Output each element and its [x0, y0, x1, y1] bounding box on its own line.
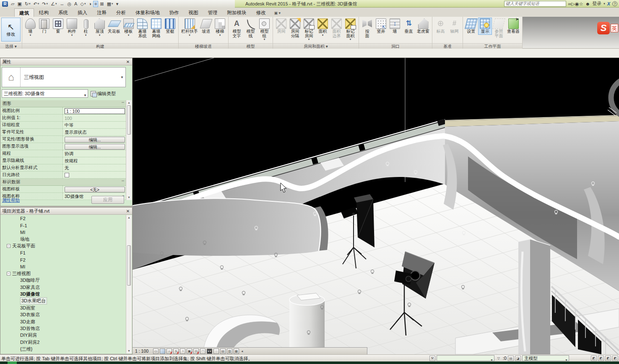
drawing-area[interactable]: 1 : 100 ▭☼S◔▣⊡◠◖◗◌▤▥▦ ◂: [133, 58, 619, 354]
panel-label[interactable]: 工作平面: [463, 43, 522, 49]
property-value[interactable]: 1 : 100: [63, 107, 126, 114]
properties-close-icon[interactable]: ✕: [125, 59, 131, 65]
app-menu-revit-logo[interactable]: R: [1, 1, 9, 7]
active-design-option-dropdown[interactable]: 主模型▼: [522, 355, 569, 361]
ribbon-button-workplane-show[interactable]: 显示: [478, 18, 492, 35]
ribbon-button-model-text[interactable]: 模型 文字: [230, 18, 244, 39]
modify-button[interactable]: ↖ 修改: [1, 18, 21, 42]
customize-qat-button[interactable]: ▾: [115, 1, 120, 7]
browser-item-cp-f1[interactable]: F1: [1, 250, 126, 256]
redo-button[interactable]: ↷▾: [41, 1, 49, 7]
property-value[interactable]: 无: [63, 164, 126, 171]
switch-windows-button[interactable]: ▦▾: [106, 1, 114, 7]
ribbon-button-floor[interactable]: 楼板▾: [122, 18, 135, 37]
ribbon-button-workplane-viewer[interactable]: 查看器: [506, 18, 521, 35]
exclude-options-icon[interactable]: ◪: [515, 356, 521, 361]
property-edit-button[interactable]: 编辑...: [65, 137, 125, 143]
property-value[interactable]: 编辑...: [63, 143, 126, 150]
temporary-view-properties[interactable]: ▤: [220, 348, 226, 354]
displace-elements[interactable]: ▥: [227, 348, 232, 354]
close-hidden-windows-button[interactable]: ⊠: [99, 1, 105, 7]
favorites-button[interactable]: ☆: [579, 1, 583, 6]
display-pedestal[interactable]: [289, 293, 325, 354]
properties-help-link[interactable]: 属性帮助: [2, 198, 20, 203]
ribbon-button-stair[interactable]: 楼梯▾: [213, 18, 227, 37]
property-checkbox[interactable]: [65, 173, 69, 177]
collapse-icon[interactable]: ˆˆ: [122, 180, 124, 184]
browser-item-3d-photo-studio[interactable]: 3D摄像馆: [1, 291, 126, 297]
property-value[interactable]: <无>: [63, 186, 126, 192]
view-scale-button[interactable]: 1 : 100: [135, 348, 148, 354]
panel-label[interactable]: 洞口: [359, 43, 432, 49]
ribbon-button-tag-area[interactable]: 标记 面积▾: [343, 18, 357, 42]
ribbon-button-shaft[interactable]: 竖井: [374, 18, 388, 35]
ribbon-button-ramp[interactable]: 坡道: [199, 18, 213, 35]
property-value[interactable]: 按规程: [63, 157, 126, 164]
select-panel-label[interactable]: 选择 ▾: [0, 43, 22, 49]
ribbon-button-mullion[interactable]: 竖梃: [163, 18, 177, 35]
ribbon-button-window[interactable]: 窗: [51, 18, 65, 35]
browser-item-3d-views[interactable]: −三维视图: [1, 270, 126, 277]
worksets-icon[interactable]: ⚒: [429, 356, 435, 361]
press-drag-toggle[interactable]: ◩: [598, 356, 604, 361]
tab-architecture[interactable]: 建筑: [14, 8, 34, 17]
visual-style[interactable]: [160, 348, 165, 354]
ribbon-button-curtain-system[interactable]: 幕墙 系统: [135, 18, 149, 39]
browser-item-3d-clothes-store[interactable]: 3D衣服店: [1, 311, 126, 318]
ribbon-button-roof[interactable]: 屋顶▾: [93, 18, 107, 37]
browser-scrollbar[interactable]: ▲ ▼: [126, 215, 132, 354]
panel-label[interactable]: 房间和面积 ▾: [273, 43, 359, 49]
browser-item-3d-fruit-bar[interactable]: 3D水果吧台: [1, 298, 126, 304]
panel-label[interactable]: 楼梯坡道: [179, 43, 228, 49]
user-icon[interactable]: ☻: [585, 1, 590, 7]
property-section-图形[interactable]: 图形ˆˆ: [1, 100, 126, 107]
design-options-icon[interactable]: ▤: [508, 356, 514, 361]
property-value[interactable]: 协调: [63, 150, 126, 157]
browser-item-ceiling-plans[interactable]: −天花板平面: [1, 243, 126, 250]
detail-level[interactable]: ▭: [153, 348, 159, 354]
lock-3d-view[interactable]: ◠: [200, 348, 205, 354]
filter-icon[interactable]: ▽: [496, 356, 502, 361]
ribbon-display-toggle[interactable]: ▣ ▾: [274, 11, 281, 15]
property-value[interactable]: 100: [63, 114, 126, 121]
browser-item-cp-f2[interactable]: F2: [1, 256, 126, 263]
browser-item-3d-jewelry-store[interactable]: 3D首饰店: [1, 325, 126, 332]
select-links-toggle[interactable]: ◩: [612, 356, 618, 361]
panel-label[interactable]: 模型: [229, 43, 273, 49]
ribbon-button-curtain-grid[interactable]: 幕墙 网格: [149, 18, 163, 39]
search-input[interactable]: [504, 1, 566, 7]
ribbon-button-model-group[interactable]: 模型 组▾: [257, 18, 271, 42]
communication-center-button[interactable]: ◉: [575, 1, 579, 6]
reveal-hidden-elements[interactable]: ◌: [213, 348, 219, 354]
temporary-hide-isolate[interactable]: ◖◗: [207, 348, 212, 354]
curved-partition[interactable]: [133, 198, 328, 256]
crop-view-off[interactable]: ▣: [187, 348, 192, 354]
signin-dropdown-icon[interactable]: ▾: [603, 1, 605, 7]
ribbon-button-area[interactable]: 面积▾: [316, 18, 330, 37]
type-selector[interactable]: ⌂ 三维视图 ▼: [2, 67, 126, 87]
browser-item-3d-art-room[interactable]: 3D画室: [1, 304, 126, 311]
tab-manage[interactable]: 管理: [203, 8, 222, 17]
ribbon-button-workplane-set[interactable]: 设置: [464, 18, 478, 35]
ribbon-button-ceiling[interactable]: 天花板: [107, 18, 122, 35]
project-browser-close-icon[interactable]: ✕: [125, 208, 131, 214]
tab-modify[interactable]: 修改: [252, 8, 270, 17]
worksets-dropdown[interactable]: ▼: [437, 355, 494, 361]
browser-item-3d-corridor[interactable]: 3D走廊: [1, 318, 126, 325]
view-control-collapse-icon[interactable]: ◂: [241, 349, 243, 353]
property-edit-button[interactable]: 编辑...: [65, 144, 125, 150]
subscription-center-button[interactable]: ▷: [572, 1, 575, 6]
taskbar-button[interactable]: [8, 361, 17, 364]
property-section-标识数据[interactable]: 标识数据ˆˆ: [1, 179, 126, 186]
browser-item-diy-kitchen[interactable]: DIY厨房: [1, 332, 126, 339]
tab-structure[interactable]: 结构: [34, 8, 53, 17]
browser-item-3d-cafe[interactable]: 3D咖啡厅: [1, 277, 126, 284]
aligned-dimension-button[interactable]: ↔: [58, 1, 65, 7]
apply-button[interactable]: 应用: [91, 196, 124, 204]
ribbon-button-opening-by-face[interactable]: 按 面: [360, 18, 374, 39]
ribbon-button-door[interactable]: 门: [37, 18, 51, 35]
editable-only-toggle[interactable]: ◩: [591, 356, 597, 361]
tab-addins[interactable]: 附加模块: [223, 8, 251, 17]
show-crop-off[interactable]: ⊡: [193, 348, 199, 354]
3d-scene[interactable]: [133, 58, 619, 354]
